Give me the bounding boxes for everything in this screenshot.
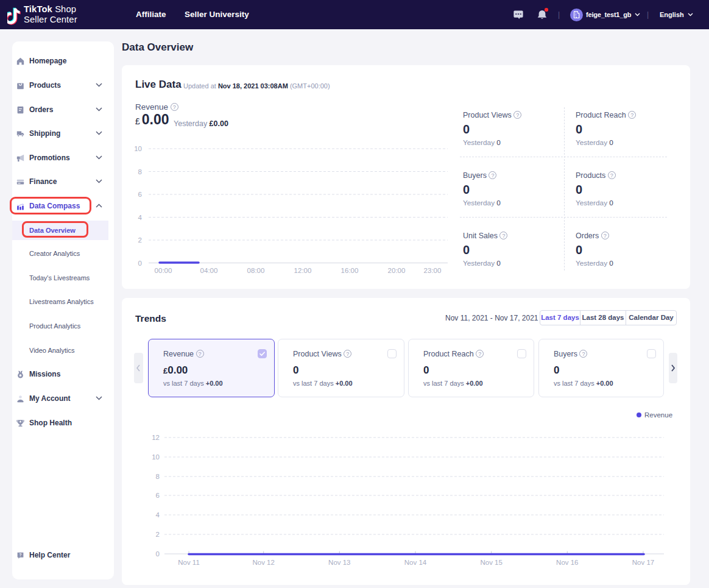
- svg-text:6: 6: [156, 492, 160, 499]
- svg-text:16:00: 16:00: [341, 267, 359, 274]
- svg-text:Nov 11: Nov 11: [178, 559, 200, 566]
- svg-text:2: 2: [138, 236, 142, 244]
- svg-text:23:00: 23:00: [424, 267, 442, 274]
- svg-text:0: 0: [156, 550, 160, 558]
- svg-text:8: 8: [156, 473, 160, 480]
- svg-text:12:00: 12:00: [294, 267, 312, 274]
- svg-text:08:00: 08:00: [247, 267, 265, 274]
- svg-text:20:00: 20:00: [388, 267, 406, 274]
- svg-text:Nov 13: Nov 13: [328, 559, 350, 566]
- svg-text:4: 4: [138, 214, 143, 221]
- svg-text:?: ?: [19, 553, 22, 557]
- svg-text:6: 6: [138, 191, 142, 198]
- svg-text:2: 2: [156, 531, 160, 538]
- svg-text:10: 10: [152, 453, 160, 461]
- svg-text:00:00: 00:00: [155, 267, 172, 274]
- svg-text:04:00: 04:00: [200, 267, 218, 274]
- svg-text:8: 8: [138, 168, 142, 175]
- svg-text:0: 0: [138, 260, 142, 267]
- svg-text:Nov 14: Nov 14: [404, 559, 427, 566]
- svg-text:Nov 16: Nov 16: [556, 559, 578, 566]
- svg-text:12: 12: [152, 434, 160, 441]
- svg-text:Nov 12: Nov 12: [252, 559, 274, 566]
- svg-text:Nov 17: Nov 17: [632, 559, 654, 566]
- svg-text:Nov 15: Nov 15: [480, 559, 502, 566]
- svg-text:4: 4: [156, 511, 160, 519]
- svg-text:10: 10: [134, 145, 142, 152]
